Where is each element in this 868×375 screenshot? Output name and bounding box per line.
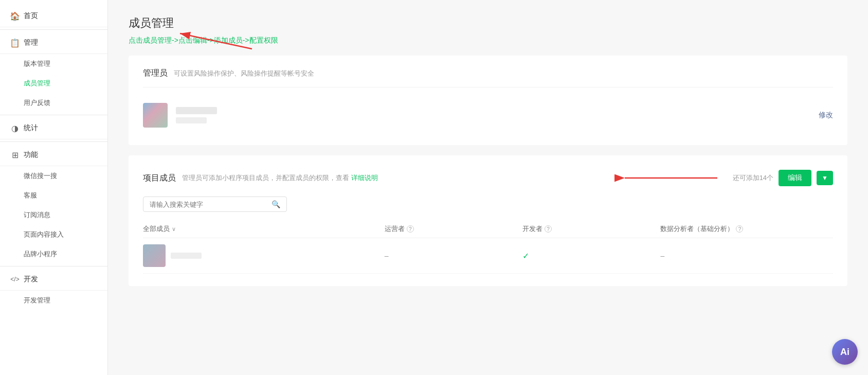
develop-group: </> 开发 开发管理 <box>0 269 107 310</box>
sidebar-features-category[interactable]: ⊞ 功能 <box>0 144 107 166</box>
project-section-title: 项目成员 <box>143 173 176 184</box>
manage-label: 管理 <box>24 38 38 47</box>
sidebar-stats-category[interactable]: ◑ 统计 <box>0 117 107 139</box>
analyst-help-icon[interactable]: ? <box>736 225 743 233</box>
sidebar-item-customer-service[interactable]: 客服 <box>0 186 107 205</box>
project-members-left: 项目成员 管理员可添加小程序项目成员，并配置成员的权限，查看 详细说明 <box>143 173 378 184</box>
dropdown-icon: ▼ <box>822 174 828 182</box>
features-group: ⊞ 功能 微信搜一搜 客服 订阅消息 页面内容接入 品牌小程序 <box>0 144 107 264</box>
admin-section-header: 管理员 可设置风险操作保护、风险操作提醒等帐号安全 <box>143 68 833 79</box>
table-row: – ✓ – <box>143 238 833 274</box>
home-label: 首页 <box>24 11 38 21</box>
member-name-placeholder <box>171 253 202 259</box>
project-section-desc: 管理员可添加小程序项目成员，并配置成员的权限，查看 详细说明 <box>182 173 378 183</box>
th-operator: 运营者 ? <box>385 220 522 238</box>
table-header-row: 全部成员 ∨ 运营者 ? 开发者 ? <box>143 220 833 238</box>
analyst-dash-icon: – <box>660 252 664 260</box>
sidebar-home[interactable]: 🏠 首页 <box>0 5 107 27</box>
develop-icon: </> <box>10 275 20 284</box>
stats-group: ◑ 统计 <box>0 117 107 139</box>
th-all-members: 全部成员 ∨ <box>143 220 385 238</box>
user-name <box>176 107 217 114</box>
edit-button[interactable]: 编辑 <box>779 170 811 186</box>
ai-badge[interactable]: Ai <box>832 339 858 365</box>
project-members-header: 项目成员 管理员可添加小程序项目成员，并配置成员的权限，查看 详细说明 还可添 <box>143 168 833 188</box>
sidebar-manage-category[interactable]: 📋 管理 <box>0 32 107 54</box>
user-id <box>176 117 207 123</box>
admin-section-title: 管理员 <box>143 68 168 79</box>
project-section: 项目成员 管理员可添加小程序项目成员，并配置成员的权限，查看 详细说明 还可添 <box>129 155 847 286</box>
th-developer: 开发者 ? <box>522 220 660 238</box>
modify-link[interactable]: 修改 <box>819 111 833 120</box>
analyst-cell: – <box>660 238 833 274</box>
member-avatar <box>143 244 166 267</box>
admin-section-desc: 可设置风险操作保护、风险操作提醒等帐号安全 <box>174 69 314 78</box>
operator-help-icon[interactable]: ? <box>407 225 414 233</box>
sidebar-item-page-access[interactable]: 页面内容接入 <box>0 225 107 244</box>
operator-cell: – <box>385 238 522 274</box>
sidebar-item-dev-manage[interactable]: 开发管理 <box>0 291 107 310</box>
operator-dash-icon: – <box>385 252 389 260</box>
admin-divider <box>143 87 833 87</box>
avatar <box>143 103 168 128</box>
sidebar-item-wechat-search[interactable]: 微信搜一搜 <box>0 166 107 186</box>
sidebar-item-brand-mini[interactable]: 品牌小程序 <box>0 244 107 264</box>
admin-row: 修改 <box>143 98 833 133</box>
admin-section: 管理员 可设置风险操作保护、风险操作提醒等帐号安全 修改 <box>129 56 847 145</box>
annotation-arrow-2 <box>614 168 728 188</box>
th-analyst: 数据分析者（基础分析） ? <box>660 220 833 238</box>
dropdown-button[interactable]: ▼ <box>817 171 833 185</box>
sidebar-item-version[interactable]: 版本管理 <box>0 54 107 74</box>
avatar-image <box>143 103 168 128</box>
hint-text: 点击成员管理->点击编辑->添加成员->配置权限 <box>129 36 847 45</box>
th-chevron-icon: ∨ <box>172 226 176 233</box>
developer-help-icon[interactable]: ? <box>545 225 552 233</box>
stats-label: 统计 <box>24 123 38 133</box>
remaining-count: 还可添加14个 <box>733 173 773 183</box>
search-icon: 🔍 <box>272 200 280 208</box>
features-icon: ⊞ <box>10 150 20 159</box>
sidebar: 🏠 首页 📋 管理 版本管理 成员管理 用户反馈 ◑ 统计 ⊞ 功能 微信搜一 <box>0 0 108 375</box>
main-content: 成员管理 点击成员管理->点击编辑->添加成员->配置权限 管理员 可设置风险操… <box>108 0 868 375</box>
sidebar-item-members[interactable]: 成员管理 <box>0 74 107 93</box>
stats-icon: ◑ <box>10 123 20 133</box>
sidebar-item-subscribe-msg[interactable]: 订阅消息 <box>0 205 107 225</box>
detail-link[interactable]: 详细说明 <box>351 174 378 182</box>
develop-label: 开发 <box>24 275 38 284</box>
page-title: 成员管理 <box>129 15 847 31</box>
project-members-right: 还可添加14个 编辑 ▼ <box>614 168 833 188</box>
search-input[interactable] <box>150 201 272 208</box>
member-cell <box>143 238 385 274</box>
sidebar-develop-category[interactable]: </> 开发 <box>0 269 107 291</box>
features-label: 功能 <box>24 150 38 159</box>
sidebar-item-feedback[interactable]: 用户反馈 <box>0 93 107 113</box>
manage-group: 📋 管理 版本管理 成员管理 用户反馈 <box>0 32 107 113</box>
search-bar: 🔍 <box>143 197 287 212</box>
manage-icon: 📋 <box>10 38 20 47</box>
developer-check-icon: ✓ <box>522 252 529 260</box>
home-icon: 🏠 <box>10 11 20 21</box>
members-table: 全部成员 ∨ 运营者 ? 开发者 ? <box>143 220 833 274</box>
developer-cell: ✓ <box>522 238 660 274</box>
user-info <box>176 107 810 123</box>
